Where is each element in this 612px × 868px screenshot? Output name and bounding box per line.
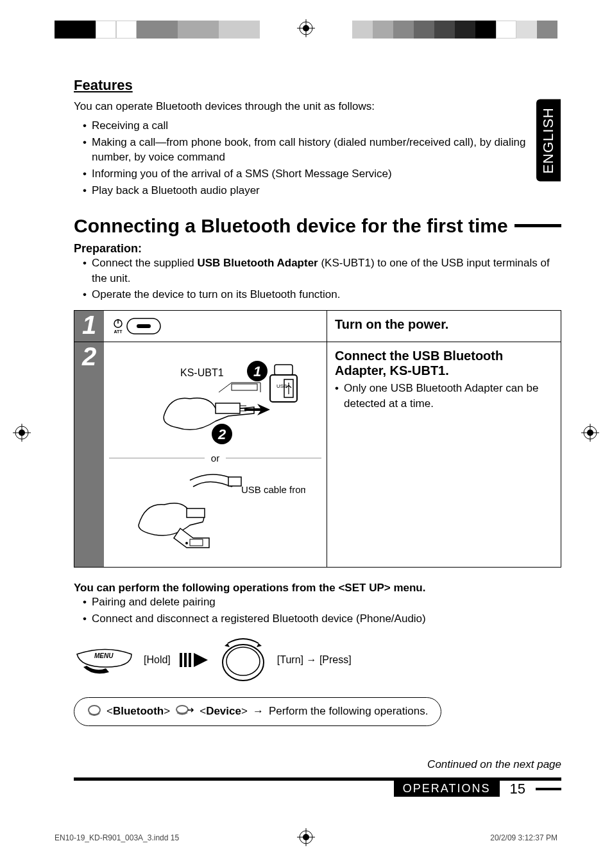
step1-illustration: ATT — [104, 311, 327, 342]
setup-list: Pairing and delete pairing Connect and d… — [74, 595, 561, 627]
svg-point-45 — [89, 706, 100, 715]
svg-text:KS-UBT1: KS-UBT1 — [180, 367, 224, 378]
svg-rect-25 — [275, 365, 293, 375]
dial-arrow-icon — [175, 704, 194, 719]
heading-rule — [514, 224, 561, 227]
step1-title: Turn on the power. — [335, 317, 553, 332]
setup-section: You can perform the following operations… — [74, 582, 561, 726]
svg-rect-36 — [187, 508, 205, 517]
menu-sequence: MENU [Hold] — [74, 637, 561, 683]
registration-mark-icon — [581, 424, 599, 444]
arrow: → — [253, 705, 264, 718]
svg-text:ATT: ATT — [114, 329, 123, 334]
page-number: 15 — [500, 781, 536, 797]
page: ENGLISH Features You can operate Bluetoo… — [0, 0, 612, 868]
color-bar-right — [352, 21, 557, 39]
svg-rect-28 — [216, 403, 240, 413]
hold-label: [Hold] — [144, 654, 171, 666]
or-divider: or — [109, 453, 321, 464]
connecting-heading: Connecting a Bluetooth device for the fi… — [74, 215, 561, 237]
rotary-knob-icon — [218, 637, 268, 683]
svg-rect-42 — [189, 653, 191, 667]
features-heading: Features — [74, 77, 561, 94]
step-number: 2 — [74, 342, 104, 567]
content-area: Features You can operate Bluetooth devic… — [74, 77, 561, 797]
svg-point-38 — [185, 542, 188, 544]
footer-tail-rule — [536, 788, 561, 790]
step2-title: Connect the USB Bluetooth Adapter, KS-UB… — [335, 349, 553, 378]
list-item: Connect and disconnect a registered Blue… — [83, 611, 561, 627]
sequence-arrow-icon — [180, 652, 209, 668]
bluetooth-device-path: <Bluetooth> <Device> → Perform the follo… — [74, 697, 441, 726]
list-item: Connect the supplied USB Bluetooth Adapt… — [83, 256, 561, 286]
usb-cable-illustration: USB cable from the rear of the unit — [126, 467, 305, 551]
prep-bold: USB Bluetooth Adapter — [197, 257, 318, 269]
usb-cable-label: USB cable from the rear of the unit — [241, 484, 305, 495]
list-item: Receiving a call — [83, 118, 561, 134]
features-list: Receiving a call Making a call—from phon… — [74, 118, 561, 198]
setup-heading: You can perform the following operations… — [74, 582, 561, 595]
step-row-2: 2 KS-UBT1 1 USB — [74, 342, 561, 567]
steps-table: 1 ATT Turn on t — [74, 310, 561, 568]
features-intro: You can operate Bluetooth devices throug… — [74, 99, 561, 114]
svg-point-44 — [226, 647, 260, 675]
menu-button-icon: MENU — [74, 641, 135, 679]
svg-text:2: 2 — [217, 426, 226, 442]
heading-text: Connecting a Bluetooth device for the fi… — [74, 215, 508, 237]
footer-bar: OPERATIONS 15 — [74, 777, 561, 797]
step2-instruction: Connect the USB Bluetooth Adapter, KS-UB… — [327, 342, 561, 567]
step-row-1: 1 ATT Turn on t — [74, 311, 561, 342]
power-button-icon — [126, 318, 161, 334]
svg-rect-34 — [232, 384, 257, 390]
bluetooth-label: <Bluetooth> — [106, 705, 170, 718]
preparation-list: Connect the supplied USB Bluetooth Adapt… — [74, 256, 561, 302]
list-item: Informing you of the arrival of a SMS (S… — [83, 166, 561, 182]
list-item: Operate the device to turn on its Blueto… — [83, 287, 561, 302]
list-item: Pairing and delete pairing — [83, 595, 561, 610]
svg-rect-40 — [180, 653, 182, 667]
svg-text:1: 1 — [253, 363, 260, 379]
continued-text: Continued on the next page — [74, 758, 561, 771]
color-bar-left — [55, 21, 260, 39]
svg-text:USB: USB — [276, 383, 287, 389]
svg-text:MENU: MENU — [94, 652, 114, 659]
power-icon: ATT — [113, 318, 123, 334]
step-number: 1 — [74, 311, 104, 342]
step2-bullets: Only one USB Bluetooth Adapter can be de… — [335, 381, 553, 412]
registration-mark-icon — [13, 424, 31, 444]
or-label: or — [205, 453, 226, 464]
bt-tail-text: Perform the following operations. — [269, 705, 429, 718]
step2-illustration: KS-UBT1 1 USB — [104, 342, 327, 567]
list-item: Only one USB Bluetooth Adapter can be de… — [335, 381, 553, 412]
registration-mark-icon — [297, 19, 315, 40]
svg-point-46 — [176, 706, 188, 713]
usb-adapter-illustration: KS-UBT1 1 USB — [126, 357, 305, 447]
svg-rect-20 — [137, 324, 151, 328]
step1-instruction: Turn on the power. — [327, 311, 561, 342]
prep-text-a: Connect the supplied — [92, 257, 197, 269]
device-label: <Device> — [200, 705, 248, 718]
footer-section-label: OPERATIONS — [394, 781, 500, 797]
list-item: Making a call—from phone book, from call… — [83, 135, 561, 166]
print-job-footer: EN10-19_KD-R901_003A_3.indd 15 20/2/09 3… — [55, 833, 557, 842]
turn-press-label: [Turn] → [Press] — [277, 654, 352, 666]
print-file-name: EN10-19_KD-R901_003A_3.indd 15 — [55, 833, 179, 842]
list-item: Play back a Bluetooth audio player — [83, 183, 561, 198]
svg-rect-41 — [184, 653, 187, 667]
dial-icon — [87, 704, 101, 719]
print-timestamp: 20/2/09 3:12:37 PM — [490, 833, 557, 842]
preparation-title: Preparation: — [74, 242, 561, 256]
svg-rect-35 — [228, 477, 241, 486]
